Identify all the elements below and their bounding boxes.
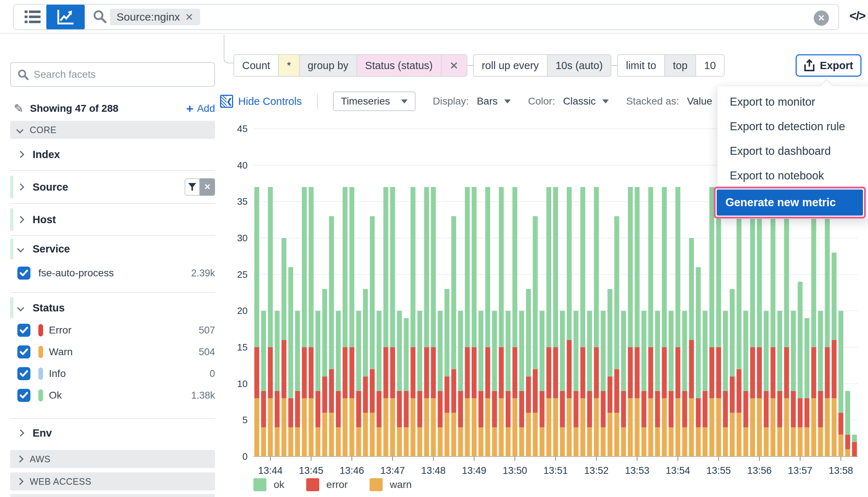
facet-service-label: Service (33, 243, 70, 255)
group-by-label-pill: group by (300, 55, 357, 76)
filter-funnel-button[interactable] (185, 178, 200, 196)
rollup-value-pill[interactable]: 10s (auto) (548, 55, 611, 76)
edit-facets-icon[interactable]: ✎ (14, 102, 24, 115)
section-web-access-label: WEB ACCESS (30, 476, 91, 487)
checkbox-checked[interactable] (17, 367, 30, 380)
checkbox-checked[interactable] (17, 345, 30, 358)
filter-clear-button[interactable]: ✕ (200, 178, 215, 196)
log-search-bar[interactable]: Source:nginx ✕ ✕ (13, 4, 839, 30)
section-aws-label: AWS (30, 454, 51, 464)
display-value: Bars (477, 95, 498, 107)
section-partial (10, 494, 215, 497)
measure-group: Count * group by Status (status) ✕ (233, 54, 467, 77)
checkbox-checked[interactable] (17, 267, 30, 280)
facet-env[interactable]: Env (10, 422, 215, 444)
menu-item-generate-new-metric[interactable]: Generate new metric (717, 190, 863, 216)
warn-swatch (370, 478, 383, 491)
display-dropdown[interactable]: Bars (477, 95, 511, 107)
search-icon (17, 68, 29, 81)
svg-text:30: 30 (237, 233, 248, 243)
view-type-value: Timeseries (341, 95, 390, 107)
facet-status[interactable]: Status (10, 296, 215, 320)
hide-controls-icon: ❮ (220, 95, 233, 108)
chart-legend: ok error warn (253, 478, 412, 491)
status-ok-label: Ok (49, 390, 62, 401)
remove-query-tag-icon[interactable]: ✕ (185, 11, 193, 23)
chevron-down-icon (401, 99, 408, 103)
measure-arg-pill[interactable]: * (279, 55, 299, 76)
facet-search-input[interactable] (34, 69, 208, 80)
measure-pill[interactable]: Count (234, 55, 279, 76)
svg-text:15: 15 (237, 342, 248, 353)
top-bar: Source:nginx ✕ ✕ </> (0, 0, 868, 34)
clear-icon: ✕ (818, 13, 825, 23)
divider (317, 94, 318, 109)
search-query-tag[interactable]: Source:nginx ✕ (110, 9, 200, 25)
facet-search-box[interactable] (10, 62, 215, 87)
svg-text:35: 35 (237, 196, 248, 207)
menu-item-export-to-dashboard[interactable]: Export to dashboard (717, 139, 868, 163)
svg-text:13:50: 13:50 (503, 465, 527, 476)
add-facet-button[interactable]: + Add (186, 102, 215, 116)
hide-controls-button[interactable]: ❮ Hide Controls (220, 95, 302, 108)
list-view-icon (25, 10, 41, 24)
pill-connector-dash (467, 65, 473, 66)
status-row-error: Error 507 (17, 320, 215, 340)
section-core[interactable]: CORE (10, 121, 215, 139)
facet-count-label: Showing 47 of 288 (30, 103, 118, 114)
stacked-as-value: Value (687, 95, 712, 107)
checkbox-checked[interactable] (17, 389, 30, 402)
legend-error-label: error (326, 479, 348, 490)
list-view-button[interactable] (19, 5, 46, 29)
facet-host[interactable]: Host (10, 207, 215, 232)
clear-search-button[interactable]: ✕ (814, 10, 829, 26)
svg-text:13:55: 13:55 (707, 465, 731, 476)
source-filter-buttons: ✕ (185, 178, 215, 196)
chevron-right-icon (16, 478, 24, 485)
menu-item-export-to-detection-rule[interactable]: Export to detection rule (717, 114, 868, 139)
svg-text:13:49: 13:49 (462, 465, 486, 476)
view-type-dropdown[interactable]: Timeseries (333, 92, 416, 111)
rollup-group: roll up every 10s (auto) (473, 54, 612, 77)
group-by-value-pill[interactable]: Status (status) (357, 55, 442, 76)
stacked-as-label: Stacked as: (626, 95, 679, 107)
search-icon (93, 9, 106, 25)
chevron-right-icon (17, 151, 24, 158)
color-value: Classic (563, 95, 595, 107)
section-aws[interactable]: AWS (10, 450, 215, 468)
chevron-down-icon (602, 99, 609, 103)
checkbox-checked[interactable] (17, 324, 30, 337)
facet-source[interactable]: Source ✕ (10, 174, 215, 200)
chevron-right-icon (17, 183, 24, 191)
chevron-down-icon (16, 126, 24, 133)
remove-group-by-icon[interactable]: ✕ (442, 55, 467, 76)
svg-text:13:58: 13:58 (829, 465, 853, 476)
svg-text:10: 10 (237, 378, 248, 389)
limit-direction-pill[interactable]: top (665, 55, 696, 76)
svg-text:13:53: 13:53 (625, 465, 649, 476)
menu-item-export-to-notebook[interactable]: Export to notebook (717, 163, 868, 188)
ok-swatch (253, 478, 266, 491)
export-button[interactable]: Export (796, 54, 861, 77)
legend-item-ok[interactable]: ok (253, 478, 285, 491)
graph-view-button[interactable] (46, 5, 85, 29)
warn-color-pill (38, 346, 43, 358)
section-web-access[interactable]: WEB ACCESS (10, 472, 215, 490)
svg-text:13:45: 13:45 (299, 465, 324, 476)
service-value-count: 2.39k (191, 268, 215, 279)
legend-item-error[interactable]: error (306, 478, 348, 491)
facet-index[interactable]: Index (10, 144, 215, 165)
status-warn-label: Warn (49, 346, 73, 358)
facet-service[interactable]: Service (10, 237, 215, 261)
svg-text:13:48: 13:48 (421, 465, 446, 476)
legend-item-warn[interactable]: warn (370, 478, 412, 491)
code-view-icon[interactable]: </> (850, 9, 865, 23)
plus-icon: + (186, 102, 193, 116)
menu-item-export-to-monitor[interactable]: Export to monitor (717, 90, 868, 114)
status-ok-count: 1.38k (191, 390, 215, 401)
limit-value-pill[interactable]: 10 (696, 55, 724, 76)
facet-sidebar: ✎ Showing 47 of 288 + Add CORE Index Sou… (0, 34, 220, 497)
pill-connector-dash (611, 65, 617, 66)
legend-ok-label: ok (274, 479, 285, 490)
color-dropdown[interactable]: Classic (563, 95, 608, 107)
